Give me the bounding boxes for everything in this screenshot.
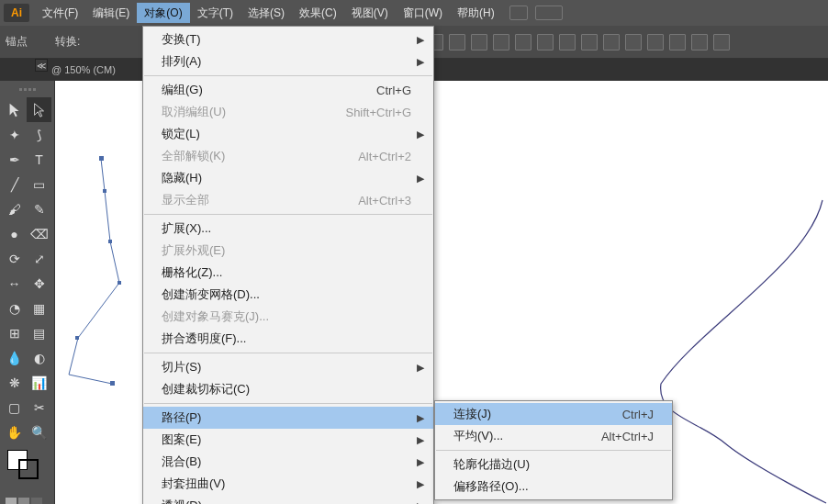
object-menu-item-20[interactable]: 路径(P)▶ xyxy=(143,407,433,429)
align-icon[interactable] xyxy=(625,34,642,50)
fill-stroke[interactable] xyxy=(0,444,54,476)
menu-item-label: 全部解锁(K) xyxy=(162,148,225,164)
rotate-tool[interactable]: ⟳ xyxy=(2,246,27,271)
direct-selection-tool[interactable] xyxy=(27,97,51,122)
align-icon[interactable] xyxy=(515,34,531,50)
align-icon[interactable] xyxy=(559,34,576,50)
draw-inside-icon[interactable] xyxy=(31,498,42,504)
menu-type[interactable]: 文字(T) xyxy=(190,3,241,23)
selection-tool[interactable] xyxy=(2,97,27,122)
align-icon[interactable] xyxy=(669,34,686,50)
menu-item-shortcut: Alt+Ctrl+3 xyxy=(358,194,411,207)
lasso-tool[interactable]: ⟆ xyxy=(27,122,51,147)
width-tool[interactable]: ↔ xyxy=(2,271,27,296)
path-submenu-item-4[interactable]: 偏移路径(O)... xyxy=(435,476,672,498)
magic-wand-tool[interactable]: ✦ xyxy=(2,122,27,147)
menu-item-label: 栅格化(Z)... xyxy=(162,264,222,281)
object-menu-item-10[interactable]: 扩展(X)... xyxy=(143,218,433,240)
free-transform-tool[interactable]: ✥ xyxy=(27,271,51,296)
object-menu-item-22[interactable]: 混合(B)▶ xyxy=(143,451,433,473)
menu-item-shortcut: Alt+Ctrl+2 xyxy=(358,150,411,163)
submenu-arrow-icon: ▶ xyxy=(417,56,424,68)
symbol-sprayer-tool[interactable]: ❋ xyxy=(2,370,27,395)
rectangle-tool[interactable]: ▭ xyxy=(27,172,51,196)
blend-tool[interactable]: ◐ xyxy=(27,345,51,370)
draw-normal-icon[interactable] xyxy=(6,498,17,504)
menu-item-label: 拼合透明度(F)... xyxy=(162,330,246,347)
path-submenu-item-3[interactable]: 轮廓化描边(U) xyxy=(435,454,672,476)
menu-help[interactable]: 帮助(H) xyxy=(450,3,502,23)
submenu-arrow-icon: ▶ xyxy=(417,434,424,446)
menu-edit[interactable]: 编辑(E) xyxy=(85,3,137,23)
align-icon[interactable] xyxy=(691,34,708,50)
stroke-swatch[interactable] xyxy=(18,459,39,479)
object-menu-item-24[interactable]: 透视(D)▶ xyxy=(143,495,433,504)
brush-tool[interactable]: 🖌 xyxy=(2,196,27,221)
hand-tool[interactable]: ✋ xyxy=(2,420,27,444)
eraser-tool[interactable]: ⌫ xyxy=(27,221,51,246)
menu-separator xyxy=(144,75,432,76)
menu-item-label: 扩展外观(E) xyxy=(162,242,225,259)
menu-item-label: 扩展(X)... xyxy=(162,220,211,237)
align-icon[interactable] xyxy=(449,34,465,50)
artboard-tool[interactable]: ▢ xyxy=(2,395,27,420)
align-icon[interactable] xyxy=(493,34,509,50)
document-tab[interactable]: @ 150% (CM) xyxy=(51,64,116,75)
object-menu-item-18[interactable]: 创建裁切标记(C) xyxy=(143,378,433,400)
menu-select[interactable]: 选择(S) xyxy=(241,3,292,23)
svg-rect-3 xyxy=(117,281,121,285)
mesh-tool[interactable]: ⊞ xyxy=(2,320,27,345)
object-menu-item-12[interactable]: 栅格化(Z)... xyxy=(143,262,433,284)
object-menu-item-0[interactable]: 变换(T)▶ xyxy=(143,28,433,50)
align-icon[interactable] xyxy=(581,34,598,50)
menu-view[interactable]: 视图(V) xyxy=(344,3,396,23)
align-icon[interactable] xyxy=(647,34,664,50)
object-menu-item-23[interactable]: 封套扭曲(V)▶ xyxy=(143,473,433,495)
object-menu-item-17[interactable]: 切片(S)▶ xyxy=(143,356,433,378)
object-menu-item-1[interactable]: 排列(A)▶ xyxy=(143,50,433,73)
scale-tool[interactable]: ⤢ xyxy=(27,246,51,271)
type-tool[interactable]: T xyxy=(27,147,51,172)
menu-object[interactable]: 对象(O) xyxy=(137,3,189,23)
align-icon[interactable] xyxy=(537,34,554,50)
object-menu-item-7[interactable]: 隐藏(H)▶ xyxy=(143,167,433,189)
menu-item-label: 轮廓化描边(U) xyxy=(453,456,530,473)
pencil-tool[interactable]: ✎ xyxy=(27,196,51,221)
gradient-tool[interactable]: ▤ xyxy=(27,320,51,345)
path-submenu-item-1[interactable]: 平均(V)...Alt+Ctrl+J xyxy=(435,425,672,447)
eyedropper-tool[interactable]: 💧 xyxy=(2,345,27,370)
object-menu-dropdown: 变换(T)▶排列(A)▶编组(G)Ctrl+G取消编组(U)Shift+Ctrl… xyxy=(142,26,434,504)
graph-tool[interactable]: 📊 xyxy=(27,370,51,395)
object-menu-item-5[interactable]: 锁定(L)▶ xyxy=(143,123,433,145)
perspective-tool[interactable]: ▦ xyxy=(27,296,51,320)
object-menu-item-21[interactable]: 图案(E)▶ xyxy=(143,429,433,451)
menu-item-shortcut: Ctrl+G xyxy=(376,84,411,97)
app-logo: Ai xyxy=(4,4,29,22)
object-menu-item-15[interactable]: 拼合透明度(F)... xyxy=(143,328,433,350)
object-menu-item-13[interactable]: 创建渐变网格(D)... xyxy=(143,284,433,306)
align-icon[interactable] xyxy=(603,34,620,50)
line-tool[interactable]: ╱ xyxy=(2,172,27,196)
align-icon[interactable] xyxy=(713,34,730,50)
align-icon[interactable] xyxy=(471,34,487,50)
draw-behind-icon[interactable] xyxy=(18,498,29,504)
toolbox: ✦ ⟆ ✒ T ╱ ▭ 🖌 ✎ ● ⌫ ⟳ ⤢ ↔ ✥ ◔ ▦ ⊞ ▤ 💧 ◐ … xyxy=(0,81,55,504)
menu-item-label: 锁定(L) xyxy=(162,126,200,142)
panel-close-icon[interactable]: ≪ xyxy=(35,59,48,72)
object-menu-item-3[interactable]: 编组(G)Ctrl+G xyxy=(143,79,433,101)
shape-builder-tool[interactable]: ◔ xyxy=(2,296,27,320)
menu-window[interactable]: 窗口(W) xyxy=(396,3,450,23)
zoom-tool[interactable]: 🔍 xyxy=(27,420,51,444)
menu-file[interactable]: 文件(F) xyxy=(35,3,85,23)
slice-tool[interactable]: ✂ xyxy=(27,395,51,420)
toolbox-grip[interactable] xyxy=(6,88,50,94)
blob-brush-tool[interactable]: ● xyxy=(2,221,27,246)
option-icons xyxy=(383,34,730,50)
path-submenu-item-0[interactable]: 连接(J)Ctrl+J xyxy=(435,403,672,425)
pen-tool[interactable]: ✒ xyxy=(2,147,27,172)
menubar-icon-1[interactable] xyxy=(509,6,528,20)
menu-effect[interactable]: 效果(C) xyxy=(292,3,344,23)
layout-switcher-icon[interactable] xyxy=(535,6,563,20)
menu-item-label: 连接(J) xyxy=(453,406,491,422)
menu-item-label: 混合(B) xyxy=(162,454,201,470)
